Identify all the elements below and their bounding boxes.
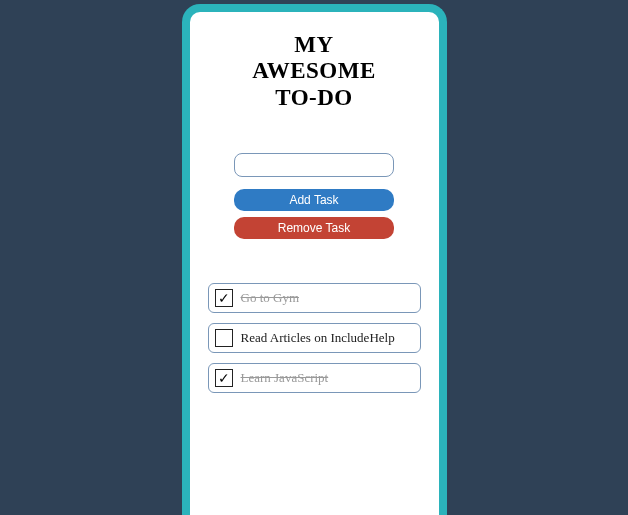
task-row: Read Articles on IncludeHelp (208, 323, 421, 353)
task-label: Go to Gym (241, 290, 300, 306)
task-label: Learn JavaScript (241, 370, 329, 386)
app-frame: MY AWESOME TO-DO Add Task Remove Task ✓ … (182, 4, 447, 515)
title-line-1: MY (294, 32, 333, 57)
title-line-2: AWESOME (252, 58, 376, 83)
check-icon: ✓ (218, 371, 230, 385)
page-title: MY AWESOME TO-DO (252, 32, 376, 111)
task-row: ✓ Learn JavaScript (208, 363, 421, 393)
task-row: ✓ Go to Gym (208, 283, 421, 313)
add-task-button[interactable]: Add Task (234, 189, 394, 211)
task-label: Read Articles on IncludeHelp (241, 330, 395, 346)
task-checkbox[interactable]: ✓ (215, 289, 233, 307)
task-list: ✓ Go to Gym Read Articles on IncludeHelp… (208, 283, 421, 393)
task-checkbox[interactable]: ✓ (215, 369, 233, 387)
remove-task-button[interactable]: Remove Task (234, 217, 394, 239)
task-input[interactable] (234, 153, 394, 177)
check-icon: ✓ (218, 291, 230, 305)
task-checkbox[interactable] (215, 329, 233, 347)
title-line-3: TO-DO (275, 85, 352, 110)
